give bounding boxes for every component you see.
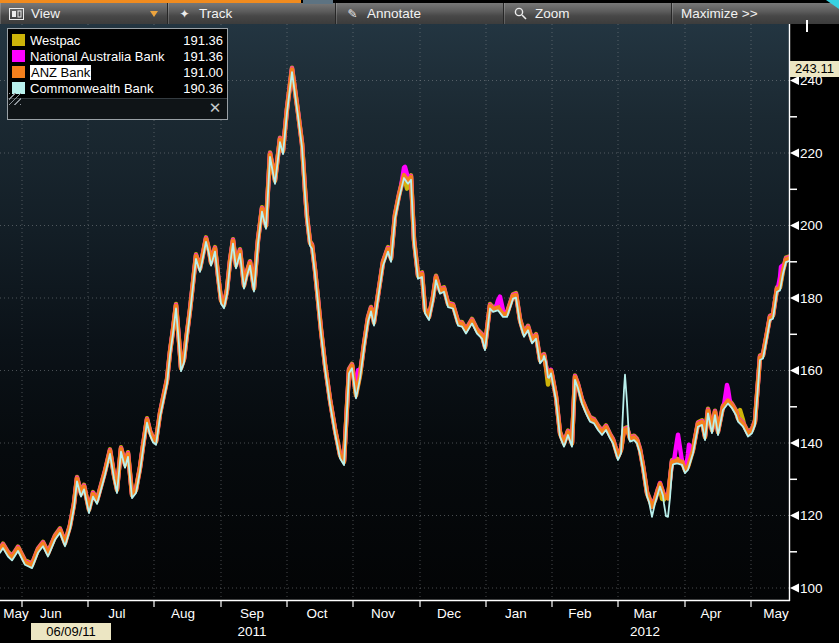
- svg-text:Oct: Oct: [306, 606, 327, 621]
- legend-item-name: National Australia Bank: [30, 49, 179, 64]
- maximize-label: Maximize >>: [681, 6, 758, 21]
- svg-text:2011: 2011: [237, 624, 266, 639]
- view-label: View: [31, 6, 60, 21]
- svg-text:220: 220: [800, 146, 823, 161]
- resize-grip-icon[interactable]: [9, 93, 21, 105]
- active-range-bar: [0, 0, 301, 3]
- legend-item-value: 191.36: [183, 49, 223, 64]
- text-cursor: [806, 20, 808, 32]
- svg-text:Dec: Dec: [437, 606, 461, 621]
- legend-item-value: 191.00: [183, 65, 223, 80]
- svg-text:200: 200: [800, 218, 823, 233]
- view-menu-button[interactable]: View: [0, 3, 168, 24]
- legend-swatch-icon: [12, 66, 25, 78]
- svg-text:Jul: Jul: [108, 606, 125, 621]
- svg-text:Feb: Feb: [568, 606, 591, 621]
- annotate-button[interactable]: ✎ Annotate: [336, 3, 504, 24]
- svg-text:Mar: Mar: [633, 606, 657, 621]
- start-date-label: 06/09/11: [31, 623, 111, 640]
- y-axis-labels: 100120140160180200220240: [790, 73, 823, 596]
- zoom-button[interactable]: Zoom: [504, 3, 672, 24]
- svg-text:160: 160: [800, 363, 823, 378]
- legend-list: Westpac191.36National Australia Bank191.…: [8, 29, 227, 98]
- legend-item-name: Westpac: [30, 33, 179, 48]
- x-axis-labels: MayJunJulAugSepOctNovDecJanFebMarAprMay2…: [3, 601, 789, 639]
- legend-item-national-australia-bank[interactable]: National Australia Bank191.36: [12, 48, 223, 64]
- svg-text:May: May: [763, 606, 789, 621]
- legend-item-commonwealth-bank[interactable]: Commonwealth Bank190.36: [12, 80, 223, 96]
- magnifier-icon: [513, 7, 528, 21]
- panels-icon: [9, 7, 24, 21]
- legend-item-name: ANZ Bank: [30, 65, 91, 80]
- annotate-label: Annotate: [367, 6, 421, 21]
- svg-text:Aug: Aug: [171, 606, 195, 621]
- zoom-label: Zoom: [535, 6, 570, 21]
- legend-footer: ✕: [8, 98, 227, 119]
- legend-close-button[interactable]: ✕: [207, 100, 223, 116]
- svg-text:100: 100: [800, 581, 823, 596]
- maximize-button[interactable]: Maximize >>: [672, 3, 839, 24]
- svg-text:Jan: Jan: [505, 606, 527, 621]
- svg-text:Apr: Apr: [700, 606, 722, 621]
- legend-item-name: Commonwealth Bank: [30, 81, 179, 96]
- legend-item-anz-bank[interactable]: ANZ Bank191.00: [12, 64, 223, 80]
- track-label: Track: [199, 6, 232, 21]
- svg-text:2012: 2012: [630, 624, 660, 639]
- chevron-down-icon[interactable]: [150, 11, 158, 17]
- svg-text:Sep: Sep: [240, 606, 264, 621]
- legend-panel: Westpac191.36National Australia Bank191.…: [7, 28, 228, 120]
- svg-text:Nov: Nov: [371, 606, 395, 621]
- svg-text:Jun: Jun: [40, 606, 62, 621]
- track-crosshair-icon: ✦: [177, 7, 192, 21]
- svg-text:120: 120: [800, 508, 823, 523]
- legend-swatch-icon: [12, 50, 25, 62]
- svg-text:140: 140: [800, 436, 823, 451]
- svg-text:May: May: [3, 606, 29, 621]
- tab-indicator: [303, 0, 333, 4]
- pencil-icon: ✎: [345, 7, 360, 21]
- track-button[interactable]: ✦ Track: [168, 3, 336, 24]
- svg-text:180: 180: [800, 291, 823, 306]
- last-value-label: 243.11: [790, 61, 839, 77]
- legend-swatch-icon: [12, 34, 25, 46]
- chart-toolbar: View ✦ Track ✎ Annotate Zoom Maximize >>: [0, 3, 839, 24]
- legend-item-value: 190.36: [183, 81, 223, 96]
- legend-item-westpac[interactable]: Westpac191.36: [12, 32, 223, 48]
- legend-item-value: 191.36: [183, 33, 223, 48]
